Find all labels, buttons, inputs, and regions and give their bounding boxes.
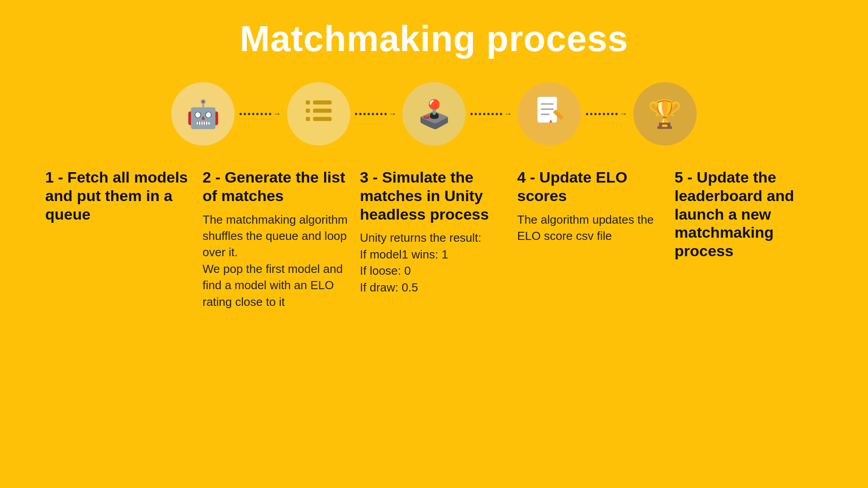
step-4-body: The algorithm updates the ELO score csv …	[517, 211, 665, 244]
step-3-title: 3 - Simulate the matches in Unity headle…	[360, 168, 508, 223]
step-4-title: 4 - Update ELO scores	[517, 168, 665, 205]
step-3-content: 3 - Simulate the matches in Unity headle…	[360, 168, 508, 296]
step-2-content: 2 - Generate the list of matches The mat…	[203, 168, 351, 310]
joystick-icon: 🕹️	[417, 98, 451, 130]
arrow-4: ••••••••→	[585, 109, 628, 119]
page-title: Matchmaking process	[240, 18, 628, 60]
step-3-icon-circle: 🕹️	[402, 82, 466, 145]
step-1-title: 1 - Fetch all models and put them in a q…	[45, 168, 193, 223]
svg-rect-3	[313, 108, 331, 113]
step-2-title: 2 - Generate the list of matches	[203, 168, 351, 205]
step-5-title: 5 - Update the leaderboard and launch a …	[675, 168, 823, 260]
step-4-icon-circle	[518, 82, 581, 145]
step-3-body: Unity returns the result:If model1 wins:…	[360, 230, 508, 296]
step-2-icon-circle	[287, 82, 350, 145]
step-1-content: 1 - Fetch all models and put them in a q…	[45, 168, 193, 230]
svg-rect-5	[313, 117, 331, 121]
svg-rect-1	[313, 100, 331, 104]
page-container: Matchmaking process 🤖 ••••••••→	[0, 0, 868, 488]
svg-rect-0	[306, 100, 310, 104]
step-5-icon-circle: 🏆	[633, 82, 697, 145]
steps-content: 1 - Fetch all models and put them in a q…	[27, 168, 841, 310]
step-4-content: 4 - Update ELO scores The algorithm upda…	[517, 168, 665, 244]
step-2-body: The matchmaking algorithm shuffles the q…	[203, 211, 351, 310]
step-5-content: 5 - Update the leaderboard and launch a …	[675, 168, 823, 267]
document-icon	[531, 93, 567, 135]
step-1-icon-circle: 🤖	[171, 82, 235, 145]
svg-rect-2	[306, 108, 310, 113]
arrow-1: ••••••••→	[239, 109, 282, 119]
svg-rect-4	[306, 117, 310, 121]
trophy-icon: 🏆	[648, 98, 682, 130]
list-icon	[301, 93, 337, 135]
flow-row: 🤖 ••••••••→ ••••••••→	[27, 82, 841, 145]
arrow-3: ••••••••→	[470, 109, 513, 119]
robot-icon: 🤖	[186, 98, 220, 130]
arrow-2: ••••••••→	[355, 109, 398, 119]
